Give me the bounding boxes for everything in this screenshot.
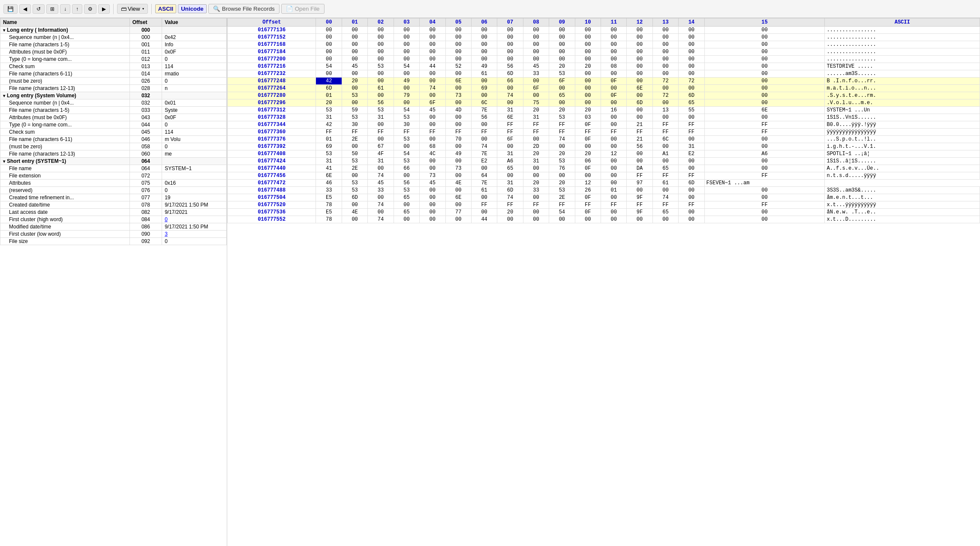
hex-byte-cell[interactable]: 00 (316, 34, 342, 41)
hex-byte-cell[interactable]: 00 (627, 70, 652, 78)
hex-byte-cell[interactable]: 00 (342, 143, 367, 150)
hex-byte-cell[interactable]: 00 (471, 41, 497, 48)
hex-byte-cell[interactable]: 00 (627, 78, 652, 85)
hex-byte-cell[interactable]: 54 (316, 63, 342, 70)
hex-byte-cell[interactable]: FF (368, 129, 394, 136)
hex-byte-cell[interactable]: 44 (420, 63, 445, 70)
hex-byte-cell[interactable]: 53 (394, 187, 419, 194)
hex-byte-cell[interactable]: E5 (316, 209, 342, 216)
hex-byte-cell[interactable]: 00 (342, 85, 367, 92)
hex-byte-cell[interactable]: 00 (497, 143, 523, 150)
hex-byte-cell[interactable]: 00 (549, 216, 575, 223)
hex-byte-cell[interactable]: 00 (704, 187, 825, 194)
hex-byte-cell[interactable]: 00 (523, 92, 549, 99)
hex-byte-cell[interactable]: 66 (497, 78, 523, 85)
hex-byte-cell[interactable]: 72 (652, 92, 678, 99)
hex-byte-cell[interactable]: 6E (627, 85, 652, 92)
hex-byte-cell[interactable]: 00 (394, 27, 419, 34)
hex-byte-cell[interactable]: 00 (575, 34, 601, 41)
hex-byte-cell[interactable]: 00 (420, 114, 445, 121)
hex-byte-cell[interactable]: 00 (523, 172, 549, 180)
hex-byte-cell[interactable]: 00 (627, 48, 652, 56)
hex-byte-cell[interactable]: 00 (679, 114, 704, 121)
hex-byte-cell[interactable]: 00 (704, 34, 825, 41)
hex-byte-cell[interactable]: 78 (316, 201, 342, 209)
hex-byte-cell[interactable]: 00 (394, 48, 419, 56)
hex-byte-cell[interactable]: 00 (471, 121, 497, 129)
hex-byte-cell[interactable]: 00 (523, 165, 549, 172)
hex-byte-cell[interactable]: 20 (342, 78, 367, 85)
hex-byte-cell[interactable]: 69 (316, 143, 342, 150)
hex-byte-cell[interactable]: 46 (316, 180, 342, 187)
hex-byte-cell[interactable]: 00 (575, 56, 601, 63)
hex-byte-cell[interactable]: 00 (342, 56, 367, 63)
down-button[interactable]: ↓ (60, 4, 70, 14)
hex-byte-cell[interactable]: FF (497, 121, 523, 129)
hex-byte-cell[interactable]: 45 (523, 63, 549, 70)
hex-byte-cell[interactable]: 00 (627, 216, 652, 223)
next-button[interactable]: ▶ (98, 4, 110, 14)
hex-byte-cell[interactable]: 00 (704, 165, 825, 172)
hex-byte-cell[interactable]: 00 (523, 194, 549, 201)
hex-byte-cell[interactable]: 00 (549, 56, 575, 63)
hex-byte-cell[interactable]: 56 (497, 63, 523, 70)
hex-byte-cell[interactable]: 00 (523, 216, 549, 223)
hex-byte-cell[interactable]: FF (627, 201, 652, 209)
hex-byte-cell[interactable]: 65 (549, 92, 575, 99)
hex-byte-cell[interactable]: 6E (316, 172, 342, 180)
hex-byte-cell[interactable]: 00 (627, 158, 652, 165)
hex-byte-cell[interactable]: 26 (575, 187, 601, 194)
hex-byte-cell[interactable]: 74 (549, 136, 575, 143)
hex-byte-cell[interactable]: 67 (368, 143, 394, 150)
hex-byte-cell[interactable]: 53 (394, 158, 419, 165)
hex-byte-cell[interactable]: 00 (575, 41, 601, 48)
hex-byte-cell[interactable]: 00 (549, 143, 575, 150)
hex-byte-cell[interactable]: 00 (342, 201, 367, 209)
hex-byte-cell[interactable]: 00 (627, 34, 652, 41)
hex-byte-cell[interactable]: 65 (394, 209, 419, 216)
hex-byte-cell[interactable]: 00 (575, 85, 601, 92)
hex-byte-cell[interactable]: 00 (445, 34, 471, 41)
hex-byte-cell[interactable]: 00 (523, 27, 549, 34)
hex-byte-cell[interactable]: 31 (316, 158, 342, 165)
hex-byte-cell[interactable]: 45 (342, 63, 367, 70)
hex-byte-cell[interactable]: 00 (420, 92, 445, 99)
hex-byte-cell[interactable]: 0F (575, 194, 601, 201)
hex-byte-cell[interactable]: 00 (316, 41, 342, 48)
hex-byte-cell[interactable]: FF (627, 129, 652, 136)
hex-byte-cell[interactable]: 00 (627, 107, 652, 114)
hex-byte-cell[interactable]: 49 (394, 78, 419, 85)
hex-byte-cell[interactable]: 7E (471, 150, 497, 158)
hex-byte-cell[interactable]: FF (497, 129, 523, 136)
prev-button[interactable]: ◀ (19, 4, 31, 14)
hex-byte-cell[interactable]: 30 (394, 121, 419, 129)
hex-byte-cell[interactable]: 00 (652, 48, 678, 56)
hex-byte-cell[interactable]: 0F (601, 92, 626, 99)
hex-byte-cell[interactable]: 00 (368, 165, 394, 172)
hex-byte-cell[interactable]: FF (420, 129, 445, 136)
hex-byte-cell[interactable]: 33 (523, 70, 549, 78)
hex-byte-cell[interactable]: FF (523, 201, 549, 209)
hex-byte-cell[interactable]: 55 (679, 107, 704, 114)
hex-byte-cell[interactable]: 00 (652, 41, 678, 48)
hex-byte-cell[interactable]: 33 (316, 187, 342, 194)
hex-byte-cell[interactable]: 00 (601, 209, 626, 216)
hex-byte-cell[interactable]: FF (497, 201, 523, 209)
hex-byte-cell[interactable]: 00 (471, 56, 497, 63)
hex-byte-cell[interactable]: 53 (394, 136, 419, 143)
hex-byte-cell[interactable]: 00 (704, 41, 825, 48)
hex-byte-cell[interactable]: 4E (342, 209, 367, 216)
hex-byte-cell[interactable]: 00 (368, 78, 394, 85)
hex-byte-cell[interactable]: 20 (575, 63, 601, 70)
link-value[interactable]: 3 (165, 231, 168, 237)
hex-byte-cell[interactable]: 00 (316, 48, 342, 56)
hex-byte-cell[interactable]: 74 (420, 85, 445, 92)
hex-byte-cell[interactable]: 00 (342, 70, 367, 78)
hex-byte-cell[interactable]: 00 (601, 180, 626, 187)
hex-byte-cell[interactable]: 20 (497, 209, 523, 216)
hex-byte-cell[interactable]: 00 (679, 27, 704, 34)
hex-byte-cell[interactable]: FF (679, 129, 704, 136)
hex-byte-cell[interactable]: 00 (679, 56, 704, 63)
hex-byte-cell[interactable]: 00 (342, 27, 367, 34)
hex-byte-cell[interactable]: 00 (445, 56, 471, 63)
